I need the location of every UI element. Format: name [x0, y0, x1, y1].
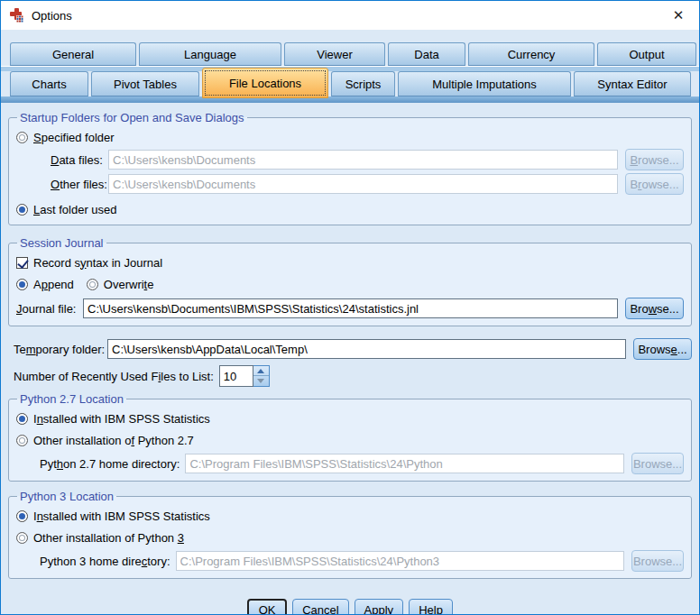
- data-files-input: [108, 150, 618, 170]
- tab-language[interactable]: Language: [139, 42, 281, 66]
- spss-app-icon: [8, 7, 24, 23]
- close-button[interactable]: ✕: [665, 3, 692, 28]
- python27-home-label: Python 2.7 home directory:: [40, 457, 185, 471]
- data-files-label: Data files:: [51, 153, 108, 167]
- radio-python27-other-label: Other installation of Python 2.7: [33, 434, 194, 447]
- radio-python27-installed-label: Installed with IBM SPSS Statistics: [33, 412, 210, 426]
- radio-selected-icon: [16, 510, 28, 522]
- radio-icon: [87, 279, 98, 290]
- recent-files-spinner: [219, 365, 270, 387]
- down-arrow-icon: [257, 379, 264, 383]
- radio-icon: [16, 532, 28, 544]
- temporary-folder-label: Temporary folder:: [14, 343, 107, 356]
- tab-currency[interactable]: Currency: [468, 42, 594, 66]
- python27-home-row: Python 2.7 home directory: Browse...: [40, 453, 684, 474]
- temporary-folder-input[interactable]: [107, 339, 626, 359]
- radio-selected-icon: [16, 204, 28, 216]
- tab-multiple-imputations[interactable]: Multiple Imputations: [398, 71, 571, 96]
- group-python3-location: Python 3 Location Installed with IBM SPS…: [8, 490, 692, 579]
- recent-files-count-input[interactable]: [219, 365, 253, 387]
- cancel-button[interactable]: Cancel: [292, 599, 348, 615]
- ok-button[interactable]: OK: [247, 599, 287, 615]
- python3-home-input: [176, 551, 624, 571]
- tab-strip: General Language Viewer Data Currency Ou…: [1, 30, 699, 103]
- data-files-row: Data files: Browse...: [51, 149, 684, 170]
- python27-home-input: [185, 454, 624, 473]
- radio-selected-icon: [16, 413, 28, 425]
- checkbox-record-syntax[interactable]: Record syntax in Journal: [16, 253, 684, 271]
- group-startup-folders: Startup Folders for Open and Save Dialog…: [8, 111, 692, 225]
- window-title: Options: [32, 9, 72, 23]
- tab-syntax-editor[interactable]: Syntax Editor: [574, 71, 691, 96]
- file-locations-panel: Startup Folders for Open and Save Dialog…: [1, 103, 699, 615]
- tab-strip-bottom-band: [1, 96, 699, 103]
- journal-mode-row: Append Overwrite: [16, 275, 684, 293]
- radio-append-label: Append: [33, 278, 74, 291]
- radio-python3-other[interactable]: Other installation of Python 3: [16, 528, 684, 546]
- other-files-row: Other files: Browse...: [51, 173, 684, 195]
- spinner-buttons: [253, 365, 270, 387]
- group-python27-location: Python 2.7 Location Installed with IBM S…: [8, 392, 692, 482]
- tab-data[interactable]: Data: [388, 42, 465, 66]
- tab-file-locations[interactable]: File Locations: [202, 68, 328, 98]
- radio-last-folder-used-label: Last folder used: [33, 203, 117, 216]
- radio-icon: [16, 132, 28, 143]
- tab-row-1: General Language Viewer Data Currency Ou…: [1, 42, 699, 66]
- checkbox-checked-icon: [16, 257, 28, 269]
- recent-files-row: Number of Recently Used Files to List:: [8, 365, 692, 387]
- radio-last-folder-used[interactable]: Last folder used: [16, 200, 684, 218]
- radio-python3-installed-label: Installed with IBM SPSS Statistics: [33, 509, 210, 523]
- help-button[interactable]: Help: [409, 599, 453, 615]
- python3-browse-button: Browse...: [631, 550, 684, 572]
- temporary-folder-browse-button[interactable]: Browse...: [633, 338, 692, 360]
- checkbox-record-syntax-label: Record syntax in Journal: [33, 256, 162, 270]
- other-files-browse-button: Browse...: [625, 173, 684, 195]
- apply-button[interactable]: Apply: [355, 599, 404, 615]
- journal-file-label: Journal file:: [16, 302, 83, 316]
- journal-file-row: Journal file: Browse...: [16, 298, 684, 319]
- radio-selected-icon: [16, 279, 28, 290]
- tab-general[interactable]: General: [10, 42, 136, 66]
- radio-python3-installed[interactable]: Installed with IBM SPSS Statistics: [16, 507, 684, 525]
- group-python27-title: Python 2.7 Location: [17, 392, 126, 406]
- radio-python27-other[interactable]: Other installation of Python 2.7: [16, 431, 684, 449]
- radio-specified-folder-label: Specified folder: [33, 131, 115, 144]
- up-arrow-icon: [257, 369, 264, 373]
- data-files-browse-button: Browse...: [625, 149, 684, 170]
- tab-output[interactable]: Output: [597, 42, 696, 66]
- other-files-label: Other files:: [51, 178, 108, 191]
- radio-overwrite[interactable]: Overwrite: [87, 278, 154, 291]
- recent-files-label: Number of Recently Used Files to List:: [14, 370, 214, 383]
- journal-file-input[interactable]: [83, 298, 618, 318]
- journal-file-browse-button[interactable]: Browse...: [625, 298, 684, 319]
- close-icon: ✕: [673, 7, 685, 23]
- tab-scripts[interactable]: Scripts: [331, 71, 395, 96]
- group-python3-title: Python 3 Location: [17, 490, 116, 503]
- python27-browse-button: Browse...: [631, 453, 684, 474]
- other-files-input: [108, 174, 618, 194]
- group-session-journal: Session Journal Record syntax in Journal…: [8, 236, 692, 326]
- tab-pivot-tables[interactable]: Pivot Tables: [91, 71, 199, 96]
- title-bar: Options ✕: [1, 1, 699, 30]
- group-session-journal-title: Session Journal: [17, 236, 106, 250]
- python3-home-label: Python 3 home directory:: [40, 555, 176, 568]
- tab-row-2: Charts Pivot Tables File Locations Scrip…: [1, 71, 699, 96]
- spinner-up-button[interactable]: [253, 366, 269, 376]
- radio-python27-installed[interactable]: Installed with IBM SPSS Statistics: [16, 409, 684, 427]
- radio-append[interactable]: Append: [16, 278, 74, 291]
- group-startup-folders-title: Startup Folders for Open and Save Dialog…: [17, 111, 247, 124]
- radio-python3-other-label: Other installation of Python 3: [33, 531, 184, 545]
- radio-icon: [16, 435, 28, 446]
- radio-specified-folder[interactable]: Specified folder: [16, 128, 684, 146]
- spinner-down-button[interactable]: [253, 376, 269, 386]
- options-dialog: Options ✕ General Language Viewer Data C…: [0, 0, 700, 615]
- python3-home-row: Python 3 home directory: Browse...: [40, 550, 684, 572]
- temporary-folder-row: Temporary folder: Browse...: [8, 338, 692, 360]
- radio-overwrite-label: Overwrite: [104, 278, 154, 291]
- tab-charts[interactable]: Charts: [10, 71, 88, 96]
- dialog-buttons: OK Cancel Apply Help: [1, 599, 699, 615]
- tab-viewer[interactable]: Viewer: [284, 42, 385, 66]
